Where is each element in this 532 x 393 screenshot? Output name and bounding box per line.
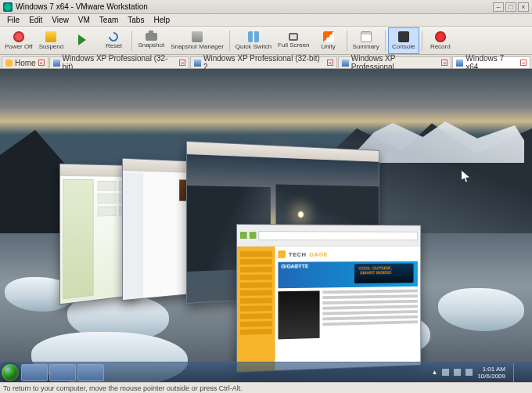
host-status-bar: To return to your computer, move the mou…	[0, 382, 532, 393]
site-logo-icon	[278, 251, 286, 258]
site-sidebar	[237, 247, 275, 372]
vmware-icon	[3, 2, 13, 12]
record-icon	[435, 31, 446, 42]
quick-switch-button[interactable]: Quick Switch	[232, 27, 275, 54]
menu-view[interactable]: View	[48, 15, 73, 25]
toolbar-separator	[347, 31, 347, 51]
minimize-button[interactable]: –	[493, 2, 504, 12]
reset-button[interactable]: Reset	[98, 27, 129, 54]
tab-xp2[interactable]: Windows XP Professional (32-bit) 2 ×	[190, 56, 337, 68]
menu-tabs[interactable]: Tabs	[124, 15, 148, 25]
explorer-task-pane	[63, 179, 93, 299]
host-titlebar: Windows 7 x64 - VMware Workstation – □ ×	[0, 0, 532, 14]
vm-icon	[456, 59, 463, 67]
snapshot-label: Snapshot	[138, 41, 164, 49]
suspend-button[interactable]: Suspend	[35, 27, 66, 54]
menu-vm[interactable]: VM	[74, 15, 94, 25]
reset-label: Reset	[106, 42, 122, 49]
maximize-button[interactable]: □	[505, 2, 516, 12]
tray-volume-icon[interactable]	[466, 369, 473, 376]
article-image	[278, 290, 319, 339]
reset-icon	[107, 30, 120, 43]
fullscreen-button[interactable]: Full Screen	[275, 27, 312, 54]
site-banner: GIGABYTE	[278, 261, 417, 289]
browser-chrome	[237, 225, 420, 247]
taskbar-item-mediaplayer[interactable]	[77, 364, 104, 381]
taskbar-item-explorer[interactable]	[49, 364, 76, 381]
tray-chevron-icon[interactable]: ▲	[431, 369, 437, 376]
site-article	[278, 290, 417, 340]
menu-team[interactable]: Team	[95, 15, 122, 25]
aero-flip3d[interactable]: TECHGAGE GIGABYTE	[55, 117, 462, 368]
tab-bar: Home × Windows XP Professional (32-bit) …	[0, 55, 532, 69]
poweroff-icon	[13, 31, 24, 42]
tab-close-icon[interactable]: ×	[179, 59, 185, 66]
summary-button[interactable]: Summary	[350, 27, 383, 54]
summary-icon	[361, 31, 372, 42]
toolbar-separator	[131, 31, 132, 51]
snapshot-icon	[146, 33, 157, 41]
snapshot-manager-button[interactable]: Snapshot Manager	[167, 27, 227, 54]
unity-button[interactable]: Unity	[313, 27, 344, 54]
menu-file[interactable]: File	[3, 15, 23, 25]
vm-icon	[53, 59, 60, 67]
toolbar-separator	[422, 31, 422, 51]
tab-xp3[interactable]: Windows XP Professional ×	[338, 56, 452, 68]
snapshot-manager-label: Snapshot Manager	[171, 43, 224, 50]
tray-time[interactable]: 1:01 AM	[477, 366, 505, 373]
snapshot-manager-icon	[192, 31, 203, 42]
tab-home-label: Home	[15, 59, 36, 67]
play-button[interactable]	[66, 27, 98, 54]
console-button[interactable]: Console	[388, 27, 419, 54]
banner-vendor: GIGABYTE	[281, 263, 308, 269]
poweroff-button[interactable]: Power Off	[2, 27, 35, 54]
tray-action-center-icon[interactable]	[442, 369, 449, 376]
suspend-icon	[45, 31, 56, 42]
record-button[interactable]: Record	[425, 27, 456, 54]
browser-back-icon[interactable]	[240, 232, 247, 239]
fullscreen-icon	[289, 33, 298, 41]
menu-help[interactable]: Help	[149, 15, 174, 25]
site-logo: TECHGAGE	[278, 250, 417, 259]
explorer-sidebar	[123, 172, 143, 300]
poweroff-label: Power Off	[5, 43, 32, 50]
close-button[interactable]: ×	[518, 2, 529, 12]
toolbar-separator	[229, 31, 230, 51]
vm-icon	[342, 59, 349, 67]
banner-overlay	[354, 264, 414, 284]
snapshot-button[interactable]: Snapshot	[135, 27, 167, 54]
tray-network-icon[interactable]	[454, 369, 461, 376]
tab-xp1[interactable]: Windows XP Professional (32-bit) ×	[49, 56, 189, 68]
browser-address-bar[interactable]	[258, 231, 417, 240]
flip3d-window-browser[interactable]: TECHGAGE GIGABYTE	[236, 224, 421, 373]
browser-forward-icon[interactable]	[250, 232, 257, 239]
vm-icon	[194, 59, 201, 67]
toolbar-separator	[385, 31, 386, 51]
summary-label: Summary	[353, 43, 379, 50]
tab-close-icon[interactable]: ×	[441, 59, 448, 66]
show-desktop-button[interactable]	[513, 363, 519, 382]
fullscreen-label: Full Screen	[278, 41, 309, 49]
tab-close-icon[interactable]: ×	[38, 59, 45, 66]
taskbar-item-ie[interactable]	[21, 364, 48, 381]
tab-close-icon[interactable]: ×	[327, 59, 333, 66]
menu-bar: File Edit View VM Team Tabs Help	[0, 14, 532, 27]
tab-home[interactable]: Home ×	[2, 56, 49, 68]
guest-desktop[interactable]: TECHGAGE GIGABYTE	[0, 69, 532, 382]
console-icon	[398, 31, 409, 42]
menu-edit[interactable]: Edit	[25, 15, 46, 25]
play-icon	[78, 34, 86, 45]
article-text	[322, 290, 418, 338]
record-label: Record	[430, 43, 451, 50]
start-button[interactable]	[2, 364, 19, 381]
guest-taskbar[interactable]: ▲ 1:01 AM 10/6/2009	[0, 362, 532, 382]
host-window-title: Windows 7 x64 - VMware Workstation	[16, 2, 148, 11]
home-icon	[5, 59, 13, 67]
tray-date[interactable]: 10/6/2009	[477, 373, 505, 380]
tab-win7[interactable]: Windows 7 x64 ×	[452, 56, 530, 68]
quick-switch-label: Quick Switch	[235, 43, 271, 50]
tab-close-icon[interactable]: ×	[520, 59, 527, 66]
suspend-label: Suspend	[39, 43, 64, 50]
unity-label: Unity	[321, 43, 335, 50]
system-tray[interactable]: ▲ 1:01 AM 10/6/2009	[431, 363, 530, 382]
